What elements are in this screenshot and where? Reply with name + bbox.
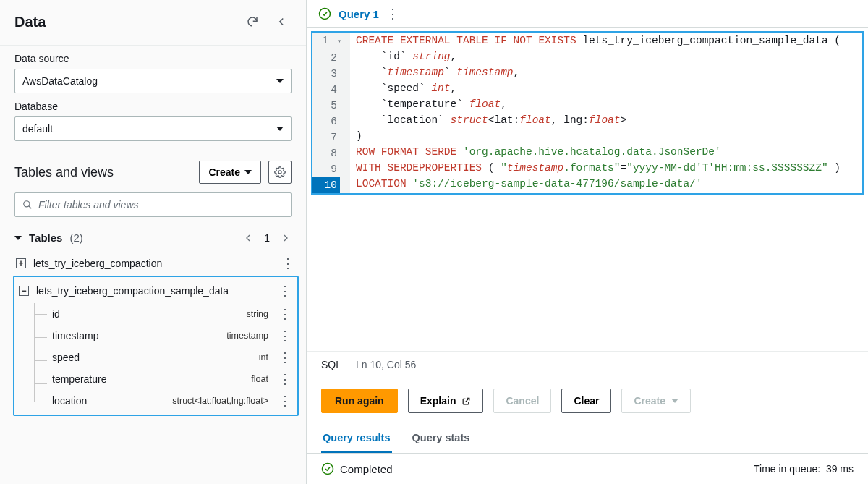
clear-button[interactable]: Clear xyxy=(561,389,611,413)
expand-icon[interactable] xyxy=(16,258,26,268)
svg-marker-8 xyxy=(671,399,678,403)
svg-point-7 xyxy=(320,9,331,20)
code-area[interactable]: CREATE EXTERNAL TABLE IF NOT EXISTS lets… xyxy=(350,33,846,193)
column-actions-menu[interactable]: ⋮ xyxy=(277,351,293,364)
chevron-left-icon[interactable] xyxy=(242,232,254,244)
table-actions-menu[interactable]: ⋮ xyxy=(277,284,293,297)
explain-button[interactable]: Explain xyxy=(408,389,484,413)
chevron-down-icon xyxy=(244,169,252,176)
svg-marker-2 xyxy=(244,170,252,174)
tab-actions-menu[interactable]: ⋮ xyxy=(386,6,399,22)
database-label: Database xyxy=(14,101,292,112)
svg-point-4 xyxy=(24,201,30,207)
search-icon xyxy=(22,200,33,210)
data-source-select[interactable]: AwsDataCatalog xyxy=(14,69,292,93)
table-name: lets_try_iceberg_compaction xyxy=(33,258,162,269)
tab-query-stats[interactable]: Query stats xyxy=(411,423,472,453)
tables-heading: Tables xyxy=(29,232,62,244)
external-link-icon xyxy=(461,396,471,406)
create-table-button[interactable]: Create xyxy=(199,161,261,184)
table-name: lets_try_iceberg_compaction_sample_data xyxy=(36,285,229,297)
svg-marker-6 xyxy=(14,236,22,240)
refresh-icon[interactable] xyxy=(242,12,263,32)
code-editor[interactable]: 1 ▾2345678910 CREATE EXTERNAL TABLE IF N… xyxy=(311,31,864,195)
tables-count: (2) xyxy=(69,232,82,244)
collapse-icon[interactable] xyxy=(19,286,29,296)
svg-marker-1 xyxy=(276,127,284,131)
column-row: timestamp timestamp⋮ xyxy=(36,325,297,347)
status-text: Completed xyxy=(340,463,393,475)
cancel-button: Cancel xyxy=(493,389,551,413)
svg-point-9 xyxy=(323,464,333,475)
column-row: speed int⋮ xyxy=(36,347,297,368)
result-status-bar: Completed Time in queue: 39 ms xyxy=(307,454,868,484)
column-row: temperature float⋮ xyxy=(36,368,297,390)
svg-marker-0 xyxy=(276,79,284,83)
run-button[interactable]: Run again xyxy=(321,389,398,413)
table-row[interactable]: lets_try_iceberg_compaction_sample_data … xyxy=(14,279,297,303)
sidebar-title: Data xyxy=(14,14,46,30)
data-source-label: Data source xyxy=(14,53,292,64)
editor-status-bar: SQL Ln 10, Col 56 xyxy=(307,351,868,378)
check-circle-icon xyxy=(321,462,334,475)
tab-query-results[interactable]: Query results xyxy=(321,423,392,453)
action-buttons: Run again Explain Cancel Clear Create xyxy=(307,378,868,423)
filter-input[interactable]: Filter tables and views xyxy=(14,192,292,217)
gear-icon[interactable] xyxy=(268,161,292,184)
chevron-right-icon[interactable] xyxy=(280,232,292,244)
collapse-panel-icon[interactable] xyxy=(271,12,292,32)
tables-views-heading: Tables and views xyxy=(14,165,114,180)
main-panel: Query 1 ⋮ 1 ▾2345678910 CREATE EXTERNAL … xyxy=(307,0,868,484)
column-actions-menu[interactable]: ⋮ xyxy=(277,394,293,407)
column-row: location struct<lat:float,lng:float>⋮ xyxy=(36,390,297,412)
column-actions-menu[interactable]: ⋮ xyxy=(277,307,293,320)
chevron-down-icon xyxy=(276,125,284,132)
sidebar: Data Data source AwsDataCatalog Database… xyxy=(0,0,307,484)
table-row[interactable]: lets_try_iceberg_compaction ⋮ xyxy=(12,251,300,276)
tab-name[interactable]: Query 1 xyxy=(339,8,379,20)
check-circle-icon xyxy=(318,7,331,20)
page-number: 1 xyxy=(264,232,270,244)
result-tabs: Query results Query stats xyxy=(307,423,868,454)
query-tabbar: Query 1 ⋮ xyxy=(307,0,868,28)
svg-point-3 xyxy=(278,171,281,174)
chevron-down-icon xyxy=(671,397,678,404)
column-actions-menu[interactable]: ⋮ xyxy=(277,373,293,386)
table-actions-menu[interactable]: ⋮ xyxy=(280,257,296,270)
column-actions-menu[interactable]: ⋮ xyxy=(277,329,293,342)
database-select[interactable]: default xyxy=(14,116,292,141)
create-button: Create xyxy=(621,389,691,413)
line-gutter: 1 ▾2345678910 xyxy=(312,33,350,193)
chevron-down-icon xyxy=(276,77,284,85)
svg-line-5 xyxy=(29,206,32,209)
chevron-down-icon[interactable] xyxy=(14,234,22,242)
column-row: id string⋮ xyxy=(36,303,297,325)
